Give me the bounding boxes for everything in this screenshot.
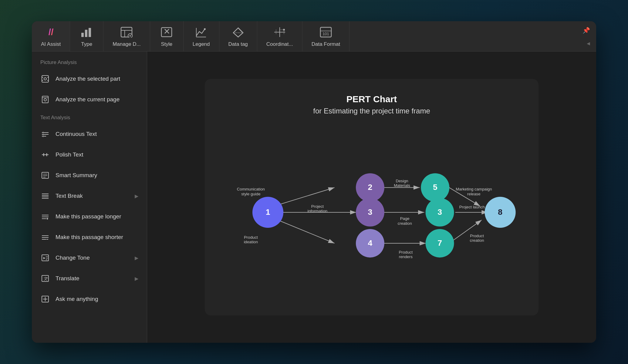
menu-item-polish-text[interactable]: Polish Text — [32, 144, 147, 165]
menu-item-continuous-text[interactable]: Continuous Text — [32, 124, 147, 144]
style-icon — [160, 25, 173, 39]
menu-item-ask-anything[interactable]: Ask me anything — [32, 289, 147, 309]
edge-label-2-5: Design — [396, 179, 408, 183]
edge-1-4 — [274, 218, 334, 243]
ask-anything-label: Ask me anything — [56, 296, 138, 302]
datatag-icon — [231, 25, 245, 39]
toolbar-item-type[interactable]: Type — [70, 21, 103, 51]
menu-item-analyze-selected[interactable]: Analyze the selected part — [32, 69, 147, 89]
edge-1-2 — [274, 187, 334, 206]
menu-item-change-tone[interactable]: Change Tone ▶ — [32, 248, 147, 268]
toolbar-item-coordinate[interactable]: Coordinat... — [257, 21, 302, 51]
section-label-text: Text Analysis — [32, 110, 147, 124]
node-7-label: 7 — [437, 238, 442, 248]
chart-area: PERT Chart for Estimating the project ti… — [147, 52, 596, 343]
svg-text:Materials: Materials — [394, 183, 410, 188]
svg-text:information: information — [308, 209, 328, 213]
svg-text:renders: renders — [399, 254, 413, 259]
menu-item-make-longer[interactable]: Make this passage longer — [32, 206, 147, 227]
text-break-arrow: ▶ — [135, 193, 138, 199]
edge-label-1-2: Communication — [237, 187, 265, 191]
toolbar-item-dataformat[interactable]: 101 Data Format — [302, 21, 349, 51]
svg-rect-3 — [89, 28, 91, 37]
toolbar-item-legend[interactable]: Legend — [184, 21, 219, 51]
chart-title: PERT Chart — [346, 94, 397, 104]
menu-item-text-break[interactable]: Text Break ▶ — [32, 186, 147, 206]
text-break-icon — [40, 191, 50, 201]
node-3-label: 3 — [368, 207, 373, 217]
chart-container: PERT Chart for Estimating the project ti… — [205, 79, 539, 315]
svg-text:ideation: ideation — [244, 240, 258, 244]
svg-rect-1 — [81, 33, 84, 37]
svg-text:101: 101 — [322, 32, 329, 36]
svg-rect-25 — [42, 76, 49, 82]
make-longer-label: Make this passage longer — [56, 213, 138, 220]
node-4-label: 4 — [368, 238, 373, 248]
menu-item-make-shorter[interactable]: Make this passage shorter — [32, 227, 147, 248]
polish-text-label: Polish Text — [56, 151, 138, 158]
svg-text:creation: creation — [470, 238, 484, 243]
text-break-label: Text Break — [56, 193, 129, 199]
toolbar-item-managed[interactable]: ▼ Manage D... — [103, 21, 150, 51]
translate-label: Translate — [56, 275, 129, 282]
main-content: Picture Analysis Analyze the selected pa… — [32, 52, 596, 343]
svg-rect-56 — [42, 255, 49, 261]
analyze-page-icon — [40, 95, 50, 104]
node-3b-label: 3 — [437, 207, 442, 217]
node-8-label: 8 — [498, 207, 502, 217]
style-label: Style — [161, 41, 172, 47]
dropdown-menu: Picture Analysis Analyze the selected pa… — [32, 52, 147, 343]
toolbar-item-datatag[interactable]: Data tag — [219, 21, 257, 51]
polish-text-icon — [40, 150, 50, 160]
continuous-text-label: Continuous Text — [56, 131, 138, 137]
svg-point-12 — [204, 28, 206, 30]
make-shorter-icon — [40, 232, 50, 242]
node-2-label: 2 — [368, 183, 373, 192]
pin-icon[interactable]: 📌 — [582, 27, 590, 34]
analyze-selected-label: Analyze the selected part — [56, 76, 138, 82]
svg-rect-39 — [42, 172, 49, 178]
chart-subtitle: for Estimating the project time frame — [313, 107, 430, 115]
svg-rect-9 — [161, 28, 172, 37]
managed-icon: ▼ — [120, 25, 133, 39]
dataformat-icon: 101 — [319, 25, 333, 39]
edge-label-5-8: Marketing campaign — [456, 187, 492, 191]
toolbar-item-ai-assist[interactable]: // AI Assist — [32, 21, 70, 51]
legend-label: Legend — [193, 41, 210, 47]
toolbar-item-style[interactable]: Style — [150, 21, 184, 51]
dataformat-label: Data Format — [312, 41, 340, 47]
ask-anything-icon — [40, 294, 50, 304]
svg-text:release: release — [467, 192, 481, 196]
svg-text:A: A — [46, 276, 48, 279]
ai-assist-icon: // — [44, 25, 58, 39]
change-tone-label: Change Tone — [56, 254, 129, 261]
ai-assist-label: AI Assist — [41, 41, 61, 47]
svg-text:style guide: style guide — [241, 192, 260, 196]
make-shorter-label: Make this passage shorter — [56, 234, 138, 241]
svg-point-32 — [44, 99, 46, 101]
svg-text://: // — [48, 27, 53, 37]
datatag-label: Data tag — [228, 41, 248, 47]
svg-text:▼: ▼ — [129, 34, 132, 38]
menu-item-translate[interactable]: 文 A Translate ▶ — [32, 268, 147, 289]
continuous-text-icon — [40, 129, 50, 139]
menu-item-analyze-page[interactable]: Analyze the current page — [32, 89, 147, 110]
legend-icon — [194, 25, 208, 39]
translate-arrow: ▶ — [135, 276, 138, 281]
node-5-label: 5 — [433, 183, 437, 192]
make-longer-icon — [40, 212, 50, 221]
change-tone-arrow: ▶ — [135, 255, 138, 261]
analyze-page-label: Analyze the current page — [56, 96, 138, 103]
svg-rect-2 — [85, 30, 87, 37]
edge-label-1-4: Product — [244, 235, 258, 240]
pert-chart-svg: Communication style guide Project inform… — [223, 127, 520, 300]
translate-icon: 文 A — [40, 274, 50, 283]
edge-label-1-3: Project — [311, 204, 324, 209]
coordinate-label: Coordinat... — [266, 41, 293, 47]
menu-item-smart-summary[interactable]: Smart Summary — [32, 165, 147, 186]
toolbar-more-icon[interactable]: ◀ — [587, 41, 590, 46]
change-tone-icon — [40, 253, 50, 263]
svg-rect-31 — [42, 96, 48, 103]
edge-label-3b-8: Project launch — [459, 205, 485, 209]
managed-label: Manage D... — [113, 41, 141, 47]
